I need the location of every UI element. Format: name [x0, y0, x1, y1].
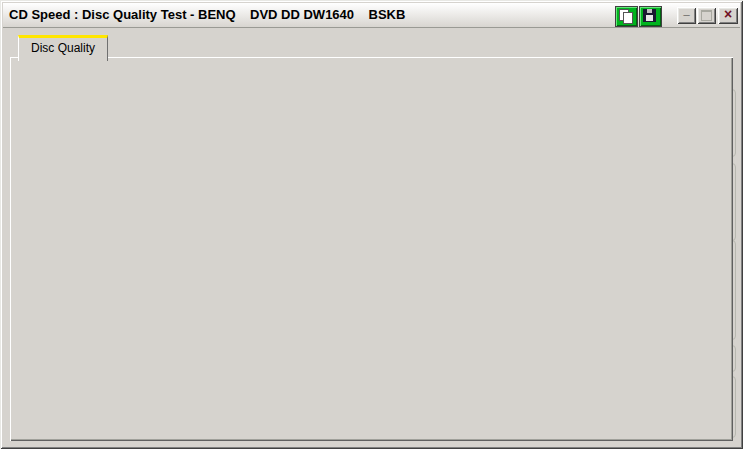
close-icon: × — [724, 6, 732, 22]
close-button[interactable]: × — [718, 7, 738, 24]
tab-page — [10, 57, 733, 441]
save-button[interactable] — [639, 6, 662, 27]
floppy-icon — [646, 15, 653, 21]
copy-icon — [623, 12, 633, 24]
app-window: CD Speed : Disc Quality Test - BENQ DVD … — [0, 0, 743, 449]
minimize-button[interactable]: _ — [677, 7, 696, 24]
copy-button[interactable] — [615, 6, 638, 27]
maximize-button — [697, 7, 716, 24]
maximize-icon — [701, 10, 712, 21]
window-title: CD Speed : Disc Quality Test - BENQ DVD … — [9, 7, 405, 22]
titlebar: CD Speed : Disc Quality Test - BENQ DVD … — [3, 3, 740, 28]
floppy-icon — [647, 9, 652, 13]
tab-label: Disc Quality — [31, 41, 95, 55]
tab-disc-quality[interactable]: Disc Quality — [18, 35, 108, 61]
minimize-icon: _ — [683, 4, 689, 16]
